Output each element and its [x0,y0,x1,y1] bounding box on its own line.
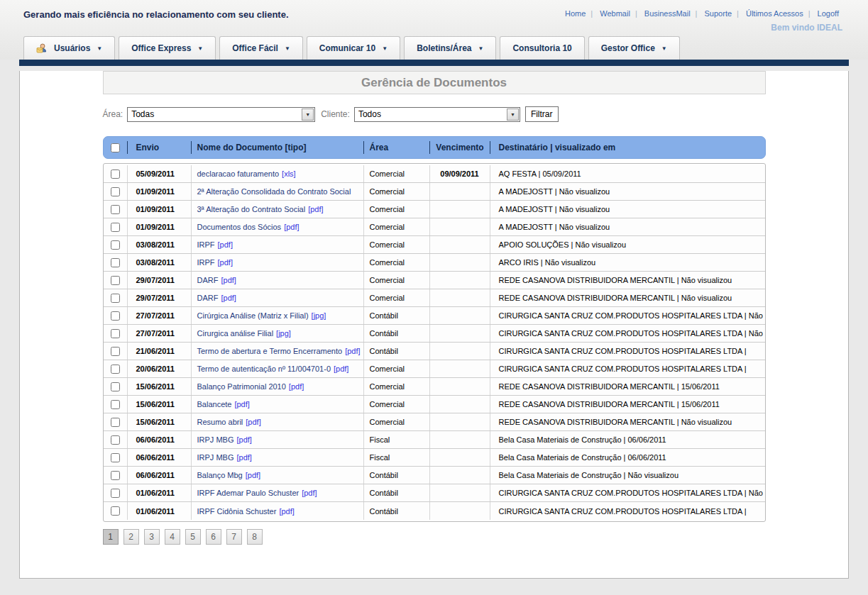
row-checkbox[interactable] [111,311,120,321]
table-row: 01/09/2011 3ª Alteração do Contrato Soci… [104,201,765,218]
row-vencimento [430,272,490,289]
select-all-checkbox[interactable] [111,143,120,152]
tab-consultoria-10[interactable]: Consultoria 10 [500,36,584,60]
pagination-page-button[interactable]: 7 [226,529,242,545]
document-link[interactable]: 2ª Alteração Consolidada do Contrato Soc… [197,187,351,196]
document-link[interactable]: IRPF [197,240,215,249]
link-ultimos-acessos[interactable]: Últimos Acessos [746,9,803,18]
dropdown-arrow-icon[interactable]: ▼ [302,109,314,121]
document-link[interactable]: IRPF Cidônia Schuster [197,507,277,516]
tab-usuarios[interactable]: Usuários ▼ [23,36,115,60]
row-checkbox[interactable] [111,489,120,498]
document-type[interactable]: [pdf] [246,418,260,426]
document-link[interactable]: declaracao faturamento [197,169,280,178]
row-checkbox[interactable] [111,400,120,409]
document-link[interactable]: Resumo abril [197,418,243,426]
area-select[interactable]: Todas ▼ [127,107,315,122]
row-checkbox[interactable] [111,276,120,285]
link-webmail[interactable]: Webmail [600,9,630,18]
document-link[interactable]: Cirurgica análise Filial [197,329,274,338]
header-vencimento: Vencimento [430,137,490,158]
document-link[interactable]: 3ª Alteração do Contrato Social [197,205,306,213]
document-type[interactable]: [pdf] [284,223,299,231]
document-link[interactable]: Termo de abertura e Termo Encerramento [197,347,343,355]
row-checkbox[interactable] [111,187,120,196]
header-nome-documento: Nome do Documento [tipo] [192,137,364,158]
document-table-header: Envio Nome do Documento [tipo] Área Venc… [103,136,766,159]
row-checkbox[interactable] [111,169,120,179]
tab-boletins-area[interactable]: Boletins/Área ▼ [404,36,496,60]
document-type[interactable]: [jpg] [312,311,326,320]
tab-gestor-office[interactable]: Gestor Office ▼ [588,36,680,60]
pagination-page-button[interactable]: 4 [165,529,180,545]
row-checkbox[interactable] [111,294,120,303]
row-checkbox[interactable] [111,365,120,374]
document-link[interactable]: Balancete [197,400,232,408]
document-link[interactable]: Balanço Patrimonial 2010 [197,382,286,391]
tab-label: Comunicar 10 [319,43,375,53]
row-checkbox[interactable] [111,471,120,480]
row-nome: Termo de abertura e Termo Encerramento [… [192,343,364,360]
document-type[interactable]: [pdf] [302,489,317,497]
document-link[interactable]: Cirúrgica Análise (Matriz x Filial) [197,311,309,320]
document-type[interactable]: [pdf] [308,205,323,213]
row-vencimento [430,413,490,430]
tab-office-express[interactable]: Office Express ▼ [119,36,216,60]
pagination-page-button[interactable]: 3 [144,529,160,545]
document-link[interactable]: Documentos dos Sócios [197,223,282,231]
row-destinatario: A MADEJOSTT | Não visualizou [490,183,765,200]
document-type[interactable]: [pdf] [289,382,304,391]
navy-divider-bar [19,60,849,66]
document-type[interactable]: [xls] [282,169,296,178]
row-checkbox[interactable] [111,205,120,214]
document-type[interactable]: [pdf] [334,365,348,373]
document-type[interactable]: [jpg] [276,329,291,338]
row-checkbox[interactable] [111,435,120,445]
pagination-page-button[interactable]: 6 [206,529,221,545]
document-link[interactable]: DARF [197,276,219,284]
link-logoff[interactable]: Logoff [818,9,839,18]
document-type[interactable]: [pdf] [221,294,236,302]
tab-office-facil[interactable]: Office Fácil ▼ [219,36,303,60]
document-type[interactable]: [pdf] [236,453,251,462]
document-link[interactable]: IRPJ MBG [197,435,234,444]
document-type[interactable]: [pdf] [279,507,294,516]
cliente-select[interactable]: Todos ▼ [354,107,520,122]
row-checkbox[interactable] [111,506,120,516]
dropdown-arrow-icon[interactable]: ▼ [507,109,519,121]
link-home[interactable]: Home [565,9,586,18]
row-checkbox[interactable] [111,418,120,427]
link-businessmail[interactable]: BusinessMail [644,9,691,18]
document-type[interactable]: [pdf] [246,471,260,479]
pagination-page-button[interactable]: 2 [123,529,139,545]
document-type[interactable]: [pdf] [236,435,251,444]
pagination-page-button[interactable]: 1 [103,529,119,545]
document-link[interactable]: IRPF [197,258,215,267]
filter-button[interactable]: Filtrar [525,106,559,122]
link-suporte[interactable]: Suporte [705,9,732,18]
document-link[interactable]: IRPF Ademar Paulo Schuster [197,489,300,497]
document-type[interactable]: [pdf] [218,258,233,267]
pagination-page-button[interactable]: 5 [185,529,201,545]
document-link[interactable]: Termo de autenticação nº 11/004701-0 [197,365,331,373]
row-envio: 06/06/2011 [128,467,192,484]
tab-comunicar-10[interactable]: Comunicar 10 ▼ [307,36,400,60]
row-checkbox[interactable] [111,258,120,267]
document-type[interactable]: [pdf] [345,347,360,355]
document-type[interactable]: [pdf] [218,240,233,249]
row-checkbox[interactable] [111,382,120,391]
row-checkbox-cell [104,201,128,218]
pagination-page-button[interactable]: 8 [247,529,263,545]
document-type[interactable]: [pdf] [234,400,249,408]
document-link[interactable]: IRPJ MBG [197,453,234,462]
row-checkbox[interactable] [111,453,120,462]
row-checkbox[interactable] [111,223,120,232]
table-row: 05/09/2011 declaracao faturamento [xls] … [104,165,765,183]
document-link[interactable]: Balanço Mbg [197,471,243,479]
document-link[interactable]: DARF [197,294,219,302]
row-checkbox[interactable] [111,347,120,356]
row-checkbox[interactable] [111,240,120,250]
document-type[interactable]: [pdf] [221,276,236,284]
row-destinatario: CIRURGICA SANTA CRUZ COM.PRODUTOS HOSPIT… [490,343,765,360]
row-checkbox[interactable] [111,329,120,338]
